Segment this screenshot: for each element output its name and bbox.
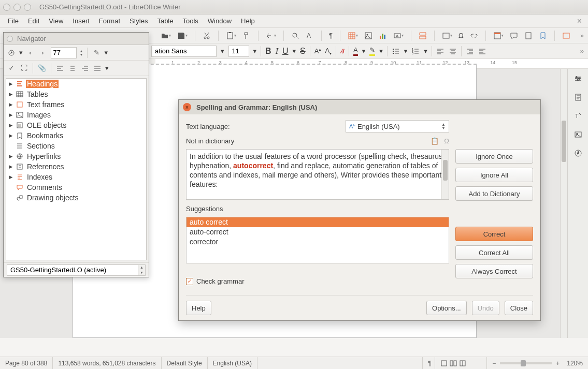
nav-item-ole[interactable]: ▶OLE objects bbox=[6, 120, 146, 130]
insert-hyperlink-button[interactable] bbox=[470, 32, 478, 40]
open-button[interactable]: ▾ bbox=[161, 32, 171, 40]
nav-item-hyperlinks[interactable]: ▶Hyperlinks bbox=[6, 151, 146, 161]
undo-button[interactable]: ▾ bbox=[266, 32, 276, 40]
menu-styles[interactable]: Styles bbox=[125, 14, 152, 28]
nav-drag-mode-icon[interactable]: ✎ bbox=[92, 48, 101, 57]
text-scrollbar[interactable] bbox=[441, 150, 449, 199]
nav-item-comments[interactable]: Comments bbox=[6, 182, 146, 193]
options-button[interactable]: Options... bbox=[426, 301, 467, 315]
status-insert-mode[interactable]: ¶ bbox=[423, 357, 435, 369]
insert-table-button[interactable]: ▾ bbox=[348, 32, 358, 40]
status-page[interactable]: Page 80 of 388 bbox=[0, 357, 53, 369]
line-button[interactable] bbox=[562, 32, 570, 40]
nav-item-indexes[interactable]: ▶Indexes bbox=[6, 172, 146, 182]
bold-button[interactable]: B bbox=[265, 47, 271, 56]
sidebar-navigator-icon[interactable] bbox=[571, 146, 585, 160]
nav-page-input[interactable] bbox=[51, 47, 77, 58]
bullet-list-button[interactable] bbox=[392, 47, 400, 55]
cut-button[interactable] bbox=[203, 32, 211, 40]
menu-format[interactable]: Format bbox=[94, 14, 125, 28]
menu-view[interactable]: View bbox=[44, 14, 68, 28]
menu-help[interactable]: Help bbox=[236, 14, 260, 28]
nav-item-images[interactable]: ▶Images bbox=[6, 110, 146, 120]
underline-button[interactable]: U bbox=[282, 47, 289, 56]
track-changes-button[interactable] bbox=[524, 32, 533, 40]
insert-chart-button[interactable] bbox=[379, 32, 387, 40]
suggestions-list[interactable]: auto correct auto-correct corrector bbox=[186, 217, 449, 263]
menu-table[interactable]: Table bbox=[152, 14, 178, 28]
menu-window[interactable]: Window bbox=[203, 14, 236, 28]
sidebar-styles-icon[interactable]: T bbox=[571, 109, 585, 123]
highlight-button[interactable]: ✎ bbox=[369, 46, 375, 56]
nav-item-references[interactable]: ▶References bbox=[6, 161, 146, 172]
document-close-icon[interactable]: × bbox=[574, 14, 585, 28]
status-view-layout[interactable] bbox=[435, 357, 487, 369]
add-to-dictionary-button[interactable]: Add to Dictionary bbox=[455, 186, 533, 201]
close-button[interactable]: Close bbox=[505, 301, 533, 315]
sidebar-gallery-icon[interactable] bbox=[571, 128, 585, 141]
nav-toggle-icon[interactable] bbox=[7, 48, 16, 57]
align-left-button[interactable] bbox=[436, 47, 444, 55]
nav-right-icon[interactable] bbox=[80, 64, 90, 73]
save-button[interactable]: ▾ bbox=[177, 32, 188, 40]
not-in-dictionary-text[interactable]: In addition to the usual features of a w… bbox=[186, 149, 449, 200]
window-minimize-icon[interactable] bbox=[13, 4, 21, 11]
nav-item-frames[interactable]: ▶Text frames bbox=[6, 99, 146, 110]
active-doc-spinner[interactable]: ▲▼ bbox=[138, 264, 146, 276]
menu-tools[interactable]: Tools bbox=[178, 14, 203, 28]
correct-button[interactable]: Correct bbox=[455, 227, 533, 241]
suggestion-item[interactable]: auto correct bbox=[187, 217, 449, 227]
status-zoom[interactable]: − + 120% bbox=[487, 357, 588, 369]
increase-indent-button[interactable] bbox=[466, 47, 474, 55]
navigator-tree[interactable]: ▶Headings▶Tables▶Text frames▶Images▶OLE … bbox=[6, 78, 147, 260]
sidebar-page-icon[interactable] bbox=[571, 91, 585, 104]
nav-item-bookmarks[interactable]: ▶Bookmarks bbox=[6, 130, 146, 141]
menu-insert[interactable]: Insert bbox=[68, 14, 94, 28]
subscript-button[interactable]: A▾ bbox=[325, 47, 332, 56]
nav-item-drawing[interactable]: Drawing objects bbox=[6, 193, 146, 203]
insert-field-button[interactable]: ▾ bbox=[442, 32, 452, 40]
ignore-once-button[interactable]: Ignore Once bbox=[455, 149, 533, 164]
menu-file[interactable]: File bbox=[3, 14, 23, 28]
paste-button[interactable]: ▾ bbox=[226, 32, 236, 40]
font-color-button[interactable]: A bbox=[353, 46, 358, 56]
status-style[interactable]: Default Style bbox=[162, 357, 208, 369]
nav-content-view-icon[interactable]: ✓ bbox=[7, 64, 16, 73]
comment-button[interactable] bbox=[510, 32, 518, 40]
navigator-close-icon[interactable] bbox=[7, 36, 13, 42]
zoom-slider[interactable] bbox=[500, 362, 552, 364]
navigator-titlebar[interactable]: Navigator bbox=[4, 33, 149, 45]
italic-button[interactable]: I bbox=[276, 47, 278, 56]
nav-item-tables[interactable]: ▶Tables bbox=[6, 89, 146, 99]
special-char-button[interactable]: Ω bbox=[458, 32, 464, 39]
nav-left-icon[interactable] bbox=[68, 64, 77, 73]
superscript-button[interactable]: A▴ bbox=[314, 47, 321, 55]
nav-set-reminder-icon[interactable]: ⛶ bbox=[19, 64, 28, 73]
window-maximize-icon[interactable] bbox=[24, 4, 31, 11]
menu-edit[interactable]: Edit bbox=[23, 14, 44, 28]
spellcheck-button[interactable]: A bbox=[306, 32, 314, 40]
formatting-marks-button[interactable]: ¶ bbox=[329, 32, 333, 39]
vertical-scrollbar[interactable] bbox=[560, 69, 567, 338]
nav-anchor-icon[interactable] bbox=[55, 64, 65, 73]
font-size-input[interactable] bbox=[228, 46, 249, 57]
nav-item-sections[interactable]: Sections bbox=[6, 141, 146, 151]
status-wordcount[interactable]: 113,658 words, 651,028 characters bbox=[53, 357, 161, 369]
insert-text-box-button[interactable]: A▾ bbox=[393, 32, 404, 40]
align-center-button[interactable] bbox=[449, 47, 457, 55]
window-close-icon[interactable] bbox=[3, 4, 10, 11]
text-language-select[interactable]: Aᵇ English (USA) ▲▼ bbox=[346, 120, 449, 132]
nav-promote-icon[interactable] bbox=[93, 64, 102, 73]
nav-header-icon[interactable]: 📎 bbox=[37, 64, 47, 73]
check-grammar-checkbox[interactable]: ✓ bbox=[186, 278, 193, 285]
suggestion-item[interactable]: corrector bbox=[187, 237, 449, 247]
clear-formatting-button[interactable]: 𝘈̸ bbox=[340, 47, 345, 55]
insert-image-button[interactable] bbox=[364, 32, 372, 40]
special-char-icon[interactable]: Ω bbox=[444, 137, 449, 145]
active-doc-select[interactable] bbox=[7, 264, 138, 276]
clone-formatting-button[interactable] bbox=[242, 32, 251, 40]
status-language[interactable]: English (USA) bbox=[208, 357, 257, 369]
nav-next-icon[interactable]: › bbox=[38, 48, 48, 57]
nav-prev-icon[interactable]: ‹ bbox=[26, 48, 35, 57]
dialog-close-icon[interactable]: × bbox=[183, 103, 191, 111]
